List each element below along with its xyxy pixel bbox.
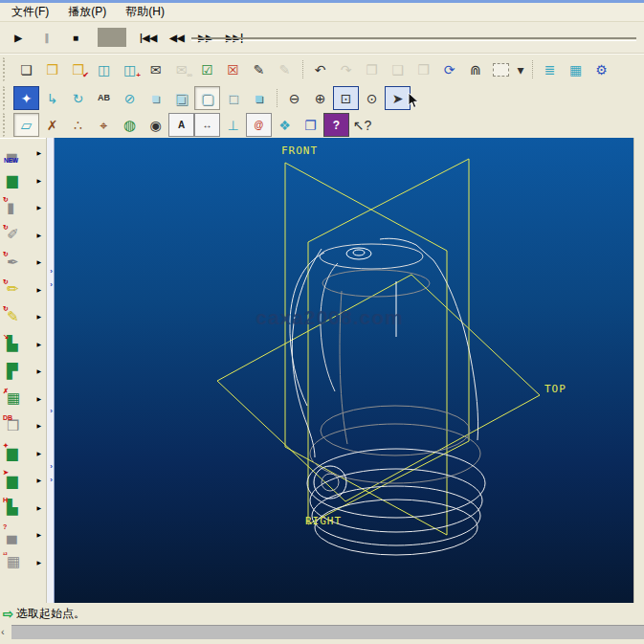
shaded-display-button[interactable]: ■ — [246, 86, 272, 110]
step-back-button[interactable]: ◀◀ — [163, 27, 191, 48]
front-plane-label[interactable]: FRONT — [281, 145, 318, 156]
left-splitter[interactable]: › › › › › — [46, 138, 55, 603]
flyout-arrow-icon[interactable]: ▶ — [36, 204, 41, 211]
measure-distance-button[interactable]: ↔ — [194, 113, 220, 137]
flyout-arrow-icon[interactable]: ▶ — [36, 231, 41, 237]
view-off-button[interactable]: ⊘ — [117, 86, 143, 110]
parameter-table-button[interactable]: ▦ ✗ ▶ — [0, 385, 46, 412]
flyout-arrow-icon[interactable]: ▶ — [36, 449, 41, 455]
window-close-button[interactable]: ☒ — [220, 57, 246, 81]
spin-center-toggle[interactable]: ◍ — [117, 113, 143, 137]
coordinate-system-toggle[interactable]: ⌖ — [91, 113, 117, 137]
datum-planes-toggle[interactable]: ▱ — [13, 113, 39, 137]
open-session-button[interactable]: ❒✔ — [65, 57, 91, 81]
drill-tool-button[interactable]: ✒ ↻ ▶ — [0, 248, 46, 276]
zoom-out-button[interactable]: ⊖ — [281, 86, 307, 110]
find-button[interactable]: ⋒ — [462, 57, 488, 81]
scroll-left-button[interactable]: ‹ — [1, 626, 5, 637]
datum-points-toggle[interactable]: ∴ — [65, 113, 91, 137]
edit-references-button[interactable]: ✎ — [272, 57, 298, 81]
save-button[interactable]: ◫ — [91, 57, 117, 81]
pause-button[interactable]: ∥ — [33, 27, 61, 48]
edit-definition-button[interactable]: ✎ — [246, 57, 272, 81]
datum-plane-right[interactable] — [308, 159, 469, 524]
right-splitter[interactable] — [633, 138, 644, 603]
model-tree-button[interactable]: ▦ — [563, 57, 588, 81]
datum-plane-front[interactable] — [285, 163, 447, 535]
select-items-button[interactable]: ➤ — [385, 86, 411, 110]
spin-view-button[interactable]: ↻ — [65, 86, 91, 110]
undo-button[interactable]: ↶ — [307, 57, 333, 81]
horizontal-scrollbar[interactable] — [11, 625, 644, 639]
window-accept-button[interactable]: ☑ — [194, 57, 220, 81]
drag-components-button[interactable]: ❖ — [272, 113, 298, 137]
tool-library-button[interactable]: ▆ ▶ — [0, 167, 46, 194]
right-plane-label[interactable]: RIGHT — [305, 516, 342, 526]
new-window-button[interactable]: ❐ — [298, 113, 323, 137]
help-center-button[interactable]: ? — [323, 113, 349, 137]
wireframe-display-button[interactable]: ■ — [143, 86, 168, 110]
view-settings-button[interactable]: ⚙ — [588, 57, 614, 81]
skip-to-start-button[interactable]: |◀◀ — [134, 27, 163, 48]
database-button[interactable]: ❒ DB ▶ — [0, 411, 46, 439]
kettle-wireframe-model[interactable] — [290, 238, 485, 555]
machine-block-button[interactable]: ▛ ▶ — [0, 357, 46, 385]
fixture-height-button[interactable]: ▙ H ▶ — [0, 494, 46, 522]
rough-tool-button[interactable]: ▮ ↻ ▶ — [0, 193, 46, 221]
copy-button[interactable]: ❐ — [359, 57, 385, 81]
menu-help[interactable]: 帮助(H) — [116, 2, 174, 22]
selection-filter-button[interactable] — [488, 57, 514, 81]
flyout-arrow-icon[interactable]: ▶ — [36, 176, 41, 183]
view-manager-button[interactable]: ◉ — [143, 113, 168, 137]
flyout-arrow-icon[interactable]: ▶ — [36, 477, 41, 483]
tool-query-button[interactable]: ▄ ? ▶ — [0, 521, 46, 548]
new-tool-button[interactable]: ▄ NEW ▶ — [0, 139, 46, 167]
named-views-button[interactable]: AB — [91, 86, 117, 110]
play-button[interactable]: ▶ — [4, 27, 33, 48]
flyout-arrow-icon[interactable]: ▶ — [36, 503, 41, 510]
measure-datum-button[interactable]: ⊥ — [220, 113, 246, 137]
redo-button[interactable]: ↷ — [333, 57, 359, 81]
hidden-line-display-button[interactable]: ▣ — [168, 86, 194, 110]
menu-file[interactable]: 文件(F) — [2, 2, 58, 22]
reorient-view-button[interactable]: ↳ — [39, 86, 65, 110]
paste-special-button[interactable]: ❒ — [411, 57, 436, 81]
flyout-arrow-icon[interactable]: ▶ — [36, 394, 41, 401]
refit-button[interactable]: ⊙ — [359, 86, 385, 110]
new-file-button[interactable]: ❏ — [13, 57, 39, 81]
selection-filter-dropdown[interactable]: ▾ — [514, 57, 527, 81]
flyout-arrow-icon[interactable]: ▶ — [36, 422, 41, 429]
flyout-arrow-icon[interactable]: ▶ — [36, 367, 41, 374]
no-hidden-display-button[interactable]: ▢ — [194, 86, 220, 110]
stock-define-button[interactable]: ▆ ✦ ▶ — [0, 439, 46, 467]
flyout-arrow-icon[interactable]: ▶ — [36, 340, 41, 346]
model-viewport[interactable]: caxa2008.com FRONTTOPRIGHT — [55, 138, 633, 603]
annotation-button[interactable]: A — [168, 113, 194, 137]
regenerate-button[interactable]: ⟳ — [436, 57, 462, 81]
zoom-detail-button[interactable]: @ — [246, 113, 272, 137]
flyout-arrow-icon[interactable]: ▶ — [36, 313, 41, 320]
flyout-arrow-icon[interactable]: ▶ — [36, 558, 41, 565]
stop-button[interactable]: ■ — [61, 27, 90, 48]
stock-plane-button[interactable]: ▆ ➤ ▶ — [0, 466, 46, 494]
finish-tool-button[interactable]: ✐ ↻ ▶ — [0, 221, 46, 249]
context-help-button[interactable]: ↖? — [349, 113, 375, 137]
tool-compare-button[interactable]: ▦ ¹² ▶ — [0, 548, 46, 576]
datum-axes-toggle[interactable]: ✗ — [39, 113, 65, 137]
layers-button[interactable]: ≣ — [537, 57, 563, 81]
pen-tool-button[interactable]: ✎ ↻ ▶ — [0, 302, 46, 330]
link-button[interactable]: ✉∞ — [168, 57, 194, 81]
shading-display-button[interactable]: □ — [220, 86, 246, 110]
top-plane-label[interactable]: TOP — [544, 384, 566, 394]
save-copy-button[interactable]: ◫+ — [117, 57, 143, 81]
flyout-arrow-icon[interactable]: ▶ — [36, 285, 41, 292]
flyout-arrow-icon[interactable]: ▶ — [36, 149, 41, 156]
zoom-window-button[interactable]: ⊡ — [333, 86, 359, 110]
open-file-button[interactable]: ❒ — [39, 57, 65, 81]
flyout-arrow-icon[interactable]: ▶ — [36, 531, 41, 538]
machine-load-button[interactable]: ▙ ↘ ▶ — [0, 330, 46, 358]
send-mail-button[interactable]: ✉ — [143, 57, 168, 81]
playback-progress-slider[interactable] — [191, 37, 636, 41]
menu-play[interactable]: 播放(P) — [58, 2, 116, 22]
flyout-arrow-icon[interactable]: ▶ — [36, 258, 41, 265]
